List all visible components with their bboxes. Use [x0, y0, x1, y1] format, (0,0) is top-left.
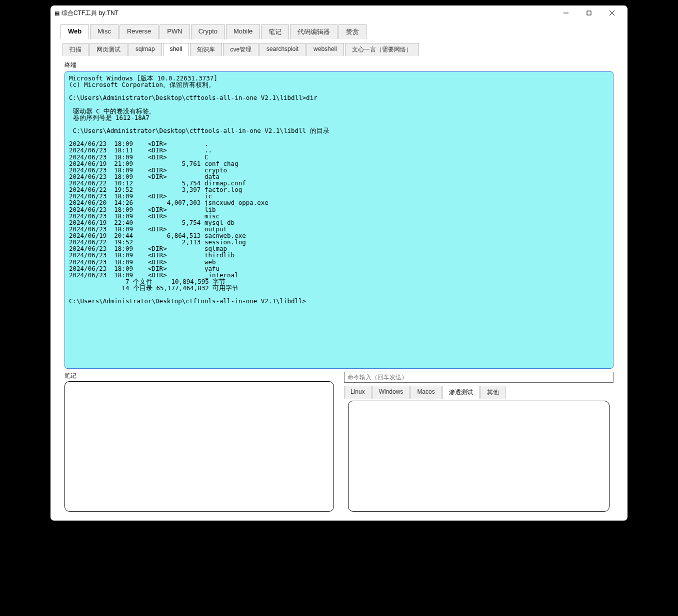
minimize-button[interactable]: [554, 5, 578, 20]
sub-tab-4[interactable]: 知识库: [190, 43, 222, 56]
sub-tab-5[interactable]: cve管理: [223, 43, 258, 56]
close-button[interactable]: [600, 5, 624, 20]
main-tab-pwn[interactable]: PWN: [160, 24, 190, 39]
sub-tab-0[interactable]: 扫描: [62, 43, 88, 56]
titlebar: ▦ 综合CTF工具 by:TNT: [50, 5, 628, 20]
sub-tab-8[interactable]: 文心一言（需要网络）: [345, 43, 419, 56]
terminal-label: 终端: [50, 59, 628, 70]
window-controls: [554, 5, 624, 20]
main-tabs: WebMiscReversePWNCryptoMobile笔记代码编辑器赞赏: [50, 20, 628, 39]
window-title: ▦ 综合CTF工具 by:TNT: [54, 9, 554, 17]
os-tabs: LinuxWindowsMacos渗透测试其他: [344, 386, 614, 399]
os-tab-1[interactable]: Windows: [372, 386, 410, 399]
os-tab-3[interactable]: 渗透测试: [442, 386, 480, 399]
main-tab-代码编辑器[interactable]: 代码编辑器: [290, 24, 338, 39]
os-tab-0[interactable]: Linux: [344, 386, 372, 399]
app-window: ▦ 综合CTF工具 by:TNT WebMiscReversePWNCrypto…: [50, 5, 628, 521]
command-input[interactable]: [344, 372, 614, 383]
sub-tab-3[interactable]: shell: [163, 43, 190, 56]
main-tab-笔记[interactable]: 笔记: [261, 24, 289, 39]
sub-tabs: 扫描网页测试sqlmapshell知识库cve管理searchsploitweb…: [50, 39, 628, 56]
main-tab-crypto[interactable]: Crypto: [191, 24, 225, 39]
notes-pane: 笔记: [64, 372, 334, 512]
main-tab-web[interactable]: Web: [60, 24, 89, 39]
sub-tab-1[interactable]: 网页测试: [90, 43, 128, 56]
main-tab-reverse[interactable]: Reverse: [120, 24, 158, 39]
notes-label: 笔记: [64, 372, 334, 380]
svg-rect-1: [587, 11, 591, 15]
main-tab-赞赏[interactable]: 赞赏: [338, 24, 366, 39]
os-tab-content[interactable]: [348, 401, 610, 512]
maximize-button[interactable]: [578, 5, 600, 20]
main-tab-mobile[interactable]: Mobile: [226, 24, 260, 39]
bottom-panes: 笔记 LinuxWindowsMacos渗透测试其他: [50, 369, 628, 521]
app-icon: ▦: [54, 10, 60, 16]
os-tab-4[interactable]: 其他: [480, 386, 506, 399]
command-pane: LinuxWindowsMacos渗透测试其他: [344, 372, 614, 512]
sub-tab-7[interactable]: webshell: [306, 43, 344, 56]
terminal-output[interactable]: Microsoft Windows [版本 10.0.22631.3737] (…: [64, 71, 614, 369]
notes-textarea[interactable]: [64, 381, 334, 512]
sub-tab-2[interactable]: sqlmap: [128, 43, 162, 56]
sub-tab-6[interactable]: searchsploit: [260, 43, 306, 56]
window-title-text: 综合CTF工具 by:TNT: [62, 9, 118, 17]
main-tab-misc[interactable]: Misc: [90, 24, 118, 39]
os-tab-2[interactable]: Macos: [410, 386, 441, 399]
